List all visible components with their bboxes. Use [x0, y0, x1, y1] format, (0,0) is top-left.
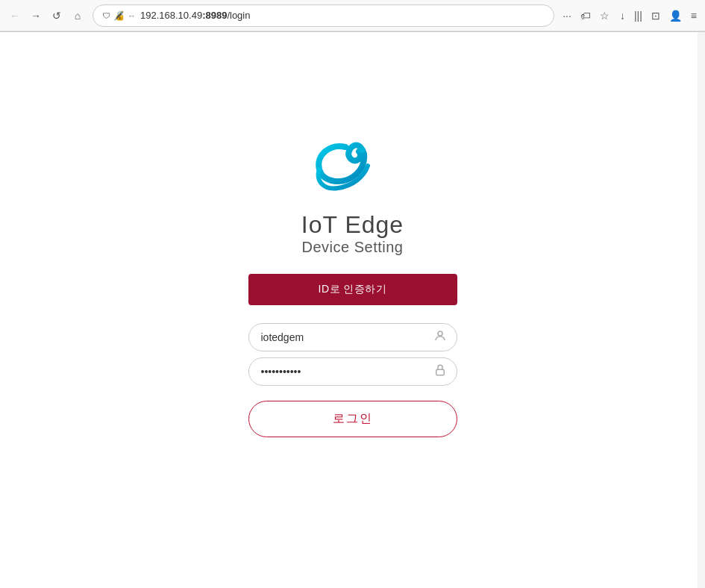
- security-icons: 🛡 🔏 ↔: [102, 10, 136, 21]
- address-bar[interactable]: 🛡 🔏 ↔ 192.168.10.49:8989/login: [93, 4, 554, 27]
- account-button[interactable]: 👤: [667, 7, 684, 24]
- shield-icon: 🛡: [102, 11, 110, 20]
- app-title-main: IoT Edge: [301, 211, 404, 239]
- menu-button[interactable]: ≡: [689, 7, 699, 24]
- app-logo: [301, 140, 405, 199]
- library-button[interactable]: |||: [632, 7, 645, 24]
- username-wrapper: [248, 323, 457, 351]
- app-title-sub: Device Setting: [301, 239, 404, 256]
- auth-method-button[interactable]: ID로 인증하기: [248, 274, 457, 305]
- connection-icon: ↔: [128, 11, 136, 20]
- page-content: IoT Edge Device Setting ID로 인증하기: [0, 32, 705, 588]
- svg-rect-2: [436, 369, 444, 375]
- svg-point-1: [438, 331, 442, 336]
- address-text: 192.168.10.49:8989/login: [140, 10, 545, 21]
- url-path: /login: [227, 10, 250, 21]
- password-input[interactable]: [248, 357, 457, 386]
- password-wrapper: [248, 357, 457, 386]
- browser-toolbar: ← → ↺ ⌂ 🛡 🔏 ↔ 192.168.10.49:8989/login ·…: [0, 0, 705, 31]
- browser-right-actions: ↓ ||| ⊡ 👤 ≡: [618, 7, 699, 24]
- nav-buttons: ← → ↺ ⌂: [6, 7, 87, 25]
- url-host: 192.168.10.49: [140, 10, 202, 21]
- more-button[interactable]: ···: [560, 7, 574, 24]
- back-button[interactable]: ←: [6, 7, 24, 25]
- browser-actions: ··· 🏷 ☆: [560, 7, 612, 24]
- login-button[interactable]: 로그인: [248, 401, 457, 437]
- reader-button[interactable]: ⊡: [649, 7, 662, 24]
- input-group: [248, 323, 457, 386]
- svg-point-0: [359, 147, 365, 153]
- user-icon: [433, 329, 447, 345]
- scroll-track[interactable]: [698, 32, 705, 588]
- url-port: :8989: [202, 10, 227, 21]
- app-title: IoT Edge Device Setting: [301, 211, 404, 256]
- login-container: IoT Edge Device Setting ID로 인증하기: [248, 140, 457, 437]
- bookmark-button[interactable]: ☆: [598, 7, 612, 24]
- browser-chrome: ← → ↺ ⌂ 🛡 🔏 ↔ 192.168.10.49:8989/login ·…: [0, 0, 705, 32]
- download-button[interactable]: ↓: [618, 7, 627, 24]
- username-input[interactable]: [248, 323, 457, 351]
- lock-icon: [433, 363, 447, 380]
- pocket-button[interactable]: 🏷: [578, 7, 593, 24]
- home-button[interactable]: ⌂: [69, 7, 87, 25]
- forward-button[interactable]: →: [27, 7, 45, 25]
- refresh-button[interactable]: ↺: [48, 7, 66, 25]
- lock-icon: 🔏: [113, 10, 125, 21]
